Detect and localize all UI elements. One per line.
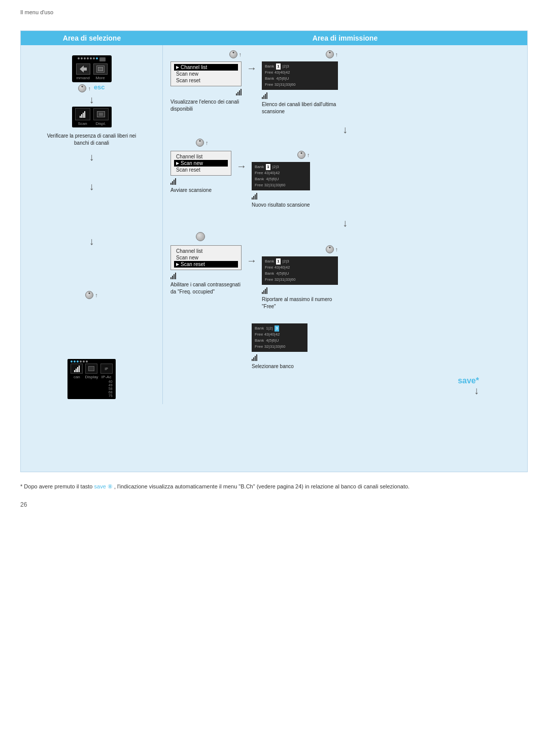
can-label: can [74, 375, 80, 379]
arrow-down-1: ↓ [89, 94, 94, 105]
menu-item-scan-reset-3: Scan reset [174, 261, 238, 268]
arrow-down-3: ↓ [89, 181, 94, 191]
page-number: 26 [20, 501, 528, 508]
section-3: Channel list Scan new Scan reset Abilita… [170, 245, 520, 310]
top-device: mmand More [72, 55, 112, 82]
arrow-down-s1-s2: ↓ [170, 124, 520, 135]
arrow-right-3: → [247, 255, 257, 266]
menu-screen-3: Channel list Scan new Scan reset [170, 245, 242, 270]
svg-marker-0 [80, 65, 87, 73]
knob-s1-bank: ↑ [326, 50, 338, 58]
footnote-save-ref: save ⑧ [94, 483, 113, 489]
desc-s1-menu: Visualizzare l'elenco dei canali disponi… [170, 98, 242, 113]
menu-screen-2: Channel list Scan new Scan reset [170, 151, 231, 176]
more-label: More [95, 76, 105, 80]
command-label: mmand [76, 76, 90, 80]
page-header: Il menu d'uso [0, 0, 548, 20]
header-text: Il menu d'uso [20, 9, 53, 15]
menu-item-channel-list-1: Channel list [174, 64, 238, 71]
arrow-right-1: → [247, 63, 257, 73]
menu-item-scan-new-1: Scan new [174, 71, 238, 77]
save-label: save* [458, 376, 479, 385]
menu-item-scan-new-3: Scan new [174, 254, 238, 261]
bank-screen-2: Bank 1 |2|3 Free 43|40|42 Bank 4|5|6|U F… [252, 162, 310, 190]
display-label: Displ. [95, 121, 106, 126]
save-section: save* ↓ [170, 376, 479, 396]
desc-s2-bank: Nuovo risultato scansione [252, 202, 310, 209]
combined-layout: mmand More [21, 45, 527, 404]
desc-s3-bank: Riportare al massimo il numero "Free" [262, 296, 338, 310]
menu-item-scan-reset-1: Scan reset [174, 77, 238, 84]
knob-s2-bank: ↑ [297, 151, 310, 159]
section-4: Bank 1|2| 3 Free 43|40|42 Bank 4|5|6|U F… [170, 323, 520, 370]
desc-s4-bank: Selezionare banco [252, 363, 307, 370]
desc-s1-bank: Elenco dei canali liberi dall'ultima sca… [262, 101, 338, 115]
desc-s3-menu: Abilitare i canali contrassegnati da "Fr… [170, 281, 242, 295]
arrow-right-2: → [236, 161, 247, 171]
footnote: * Dopo avere premuto il tasto save ⑧ , l… [20, 482, 528, 491]
arrow-down-save: ↓ [474, 385, 479, 396]
knob-between-2-3 [170, 232, 520, 241]
arrow-down-4: ↓ [89, 236, 94, 246]
menu-item-scan-reset-2: Scan reset [174, 167, 228, 173]
knob-s1-menu: ↑ [229, 50, 242, 58]
knob-s3-bank: ↑ [326, 245, 338, 253]
menu-screen-1: Channel list Scan new Scan reset [170, 61, 242, 86]
menu-item-scan-new-2: Scan new [174, 160, 228, 167]
right-column: ↑ Channel list Scan new Scan reset [163, 45, 527, 404]
section-2: Channel list Scan new Scan reset Avviare… [170, 151, 520, 209]
display2-label: Display [85, 375, 98, 379]
knob-esc: ↑ [78, 84, 91, 92]
bank-screen-3: Bank 1 |2|3 Free 43|40|42 Bank 4|5|6|U F… [262, 256, 338, 285]
esc-label: esc [94, 83, 105, 91]
main-diagram: Area di selezione Area di immissione [20, 30, 528, 472]
scan-label: Scan [78, 121, 87, 126]
scan-device: Scan Displ. [72, 107, 112, 127]
menu-item-channel-list-3: Channel list [174, 248, 238, 254]
left-header: Area di selezione [21, 31, 163, 45]
section-1: ↑ Channel list Scan new Scan reset [170, 50, 520, 115]
footnote-text-before: Dopo avere premuto il tasto [24, 483, 94, 489]
left-desc-1: Verificare la presenza di canali liberi … [41, 133, 143, 147]
left-column: mmand More [21, 45, 163, 404]
diagram-header: Area di selezione Area di immissione [21, 31, 527, 45]
desc-s2-menu: Avviare scansione [170, 187, 231, 194]
right-header: Area di immissione [163, 31, 527, 45]
footnote-text-after: , l'indicazione visualizza automaticamen… [114, 483, 409, 489]
arrow-down-2: ↓ [89, 152, 94, 162]
bottom-device: can Display IP IP-Ac [67, 359, 115, 399]
menu-item-channel-list-2: Channel list [174, 153, 228, 160]
bank-screen-4: Bank 1|2| 3 Free 43|40|42 Bank 4|5|6|U F… [252, 323, 307, 352]
ipac-label: IP-Ac [101, 375, 112, 379]
knob-bottom-left: ↑ [85, 291, 98, 299]
bank-screen-1: Bank 1 |2|3 Free 43|40|42 Bank 4|5|6|U F… [262, 61, 338, 90]
knob-between-1-2: ↑ [170, 139, 520, 147]
arrow-down-s2-s3: ↓ [170, 218, 520, 228]
